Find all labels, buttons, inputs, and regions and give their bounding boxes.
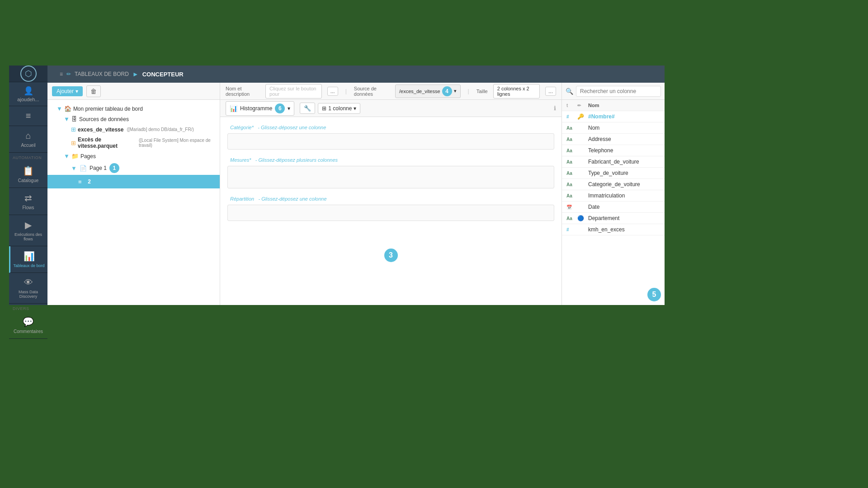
column-row[interactable]: #🔑#Nombre# <box>562 111 665 122</box>
col-name: Departement <box>588 215 660 221</box>
repartition-drop-area[interactable] <box>227 205 554 221</box>
user-label: ajoudeh... <box>17 97 39 102</box>
sidebar-item-nav[interactable]: ≡ <box>9 106 47 126</box>
column-row[interactable]: AaNom <box>562 122 665 134</box>
columns-arrow: ▾ <box>354 105 356 112</box>
col-name: Type_de_voiture <box>588 170 660 176</box>
sidebar-item-commentaires[interactable]: 💬 Commentaires <box>9 312 47 339</box>
col-type: # <box>566 227 575 232</box>
taille-selector[interactable]: 2 colonnes x 2 lignes <box>493 84 540 99</box>
source-value: /exces_de_vitesse <box>399 89 440 94</box>
chart-type-dropdown[interactable]: 📊 Histogramme 6 ▾ <box>226 101 294 116</box>
col-name: Telephone <box>588 147 660 154</box>
categorie-label-text: Catégorie* <box>230 125 254 130</box>
breadcrumb-root: TABLEAUX DE BORD <box>75 71 129 77</box>
sidebar-item-tableaux[interactable]: 📊 Tableaux de bord <box>9 246 47 273</box>
mesures-drop-zone: Mesures* - Glissez-déposez plusieurs col… <box>227 157 554 188</box>
info-icon[interactable]: ℹ <box>554 105 556 112</box>
repartition-drop-zone: Répartition - Glissez-déposez une colonn… <box>227 196 554 221</box>
add-button[interactable]: Ajouter ▾ <box>52 86 83 96</box>
tree-node-exces-parquet[interactable]: ⊞ Excès de vitesse.parquet ([Local File … <box>47 135 220 151</box>
col-name-header: Nom <box>588 103 660 108</box>
col-type: Aa <box>566 137 575 142</box>
tree-node-page1[interactable]: ▼ 📄 Page 1 1 <box>47 161 220 175</box>
col-name: kmh_en_exces <box>588 226 660 233</box>
sidebar-item-catalogue[interactable]: 📋 Catalogue <box>9 161 47 188</box>
badge-2: 2 <box>85 177 94 187</box>
repartition-hint: - Glissez-déposez une colonne <box>259 196 327 202</box>
main-wrapper: ≡ ✏ TABLEAUX DE BORD ► CONCEPTEUR Ajoute… <box>47 66 665 305</box>
taille-dots-button[interactable]: ... <box>545 87 556 96</box>
sidebar: ⬡ 👤 ajoudeh... ≡ ⌂ Accueil Automation 📋 … <box>9 66 47 305</box>
chart-toolbar: Nom et description Cliquez sur le bouton… <box>220 83 561 100</box>
sidebar-mass-data-label: Mass Data Discovery <box>11 290 46 299</box>
sidebar-item-mass-data[interactable]: 👁 Mass Data Discovery <box>9 273 47 304</box>
column-row[interactable]: AaFabricant_de_voiture <box>562 156 665 168</box>
content-area: Ajouter ▾ 🗑 ▼ 🏠 Mon premier tableau de b… <box>47 83 665 305</box>
left-panel-toolbar: Ajouter ▾ 🗑 <box>47 83 220 100</box>
col-name: Addresse <box>588 136 660 142</box>
tree-node-sources[interactable]: ▼ 🗄 Sources de données <box>47 114 220 124</box>
categorie-drop-area[interactable] <box>227 133 554 150</box>
mesures-label-text: Mesures* <box>230 157 251 163</box>
repartition-label-text: Répartition <box>230 196 254 202</box>
column-row[interactable]: AaCategorie_de_voiture <box>562 179 665 190</box>
col-type: Aa <box>566 148 575 153</box>
sidebar-section-automation: Automation <box>9 153 47 161</box>
column-row[interactable]: AaAddresse <box>562 134 665 145</box>
column-row[interactable]: Aa🔵Departement <box>562 213 665 224</box>
col-name: Categorie_de_voiture <box>588 181 660 188</box>
col-type: # <box>566 114 575 119</box>
badge-4: 4 <box>442 86 452 96</box>
sidebar-item-flows[interactable]: ⇄ Flows <box>9 188 47 215</box>
columns-select[interactable]: ⊞ 1 colonne ▾ <box>318 103 360 114</box>
mesures-drop-area[interactable] <box>227 166 554 188</box>
tree-dashboard-icon: 🏠 <box>64 105 71 112</box>
tree-ep-extra: ([Local File System] Mon espace de trava… <box>139 138 216 148</box>
mesures-hint: - Glissez-déposez plusieurs colonnes <box>255 157 338 163</box>
tree-node-dashboard[interactable]: ▼ 🏠 Mon premier tableau de bord <box>47 103 220 114</box>
badge-5: 5 <box>647 288 661 301</box>
column-row[interactable]: AaImmatriculation <box>562 190 665 202</box>
col-type: Aa <box>566 160 575 164</box>
column-row[interactable]: 📅Date <box>562 202 665 213</box>
flows-icon: ⇄ <box>24 192 32 203</box>
col-type: Aa <box>566 126 575 131</box>
sidebar-tableaux-label: Tableaux de bord <box>13 263 44 268</box>
tree-node-exces-vitesse[interactable]: ⊞ exces_de_vitesse ([Mariadb] demo DB/da… <box>47 124 220 135</box>
toolbar-sep1: | <box>345 88 347 94</box>
breadcrumb: TABLEAUX DE BORD ► CONCEPTEUR <box>75 70 184 78</box>
breadcrumb-current: CONCEPTEUR <box>142 71 184 78</box>
name-dots-button[interactable]: ... <box>327 87 338 96</box>
commentaires-icon: 💬 <box>23 316 34 327</box>
col-type: 📅 <box>566 205 575 210</box>
badge-1: 1 <box>109 163 119 173</box>
sidebar-item-executions[interactable]: ▶ Exécutions des flows <box>9 215 47 246</box>
mesures-label: Mesures* - Glissez-déposez plusieurs col… <box>227 157 554 163</box>
column-row[interactable]: #kmh_en_exces <box>562 224 665 235</box>
delete-button[interactable]: 🗑 <box>86 85 101 97</box>
badge-6: 6 <box>275 103 285 113</box>
chart-tools: 🔧 ⊞ 1 colonne ▾ <box>300 103 360 114</box>
toolbar-sep2: | <box>468 88 469 94</box>
tree-node-graph[interactable]: ≡ 2 <box>47 175 220 188</box>
col-type: Aa <box>566 193 575 198</box>
sidebar-item-accueil[interactable]: ⌂ Accueil <box>9 126 47 153</box>
header-edit-icon[interactable]: ✏ <box>66 71 71 77</box>
search-input[interactable] <box>576 86 661 97</box>
column-row[interactable]: AaTelephone <box>562 145 665 156</box>
chart-type-selector: 📊 Histogramme 6 ▾ 🔧 ⊞ 1 colonne ▾ ℹ <box>220 100 561 117</box>
tree-page1-label: Page 1 <box>90 165 107 171</box>
column-row[interactable]: AaType_de_voiture <box>562 168 665 179</box>
columns-icon: ⊞ <box>322 105 326 112</box>
columns-list: #🔑#Nombre#AaNomAaAddresseAaTelephoneAaFa… <box>562 111 665 284</box>
name-input[interactable]: Cliquez sur le bouton pour <box>265 84 322 99</box>
sidebar-catalogue-label: Catalogue <box>18 178 39 183</box>
tree-node-pages[interactable]: ▼ 📁 Pages <box>47 151 220 161</box>
header-nav-icon[interactable]: ≡ <box>60 71 63 77</box>
col-name: Fabricant_de_voiture <box>588 159 660 165</box>
header-bar: ≡ ✏ TABLEAUX DE BORD ► CONCEPTEUR <box>47 66 665 83</box>
source-selector[interactable]: /exces_de_vitesse 4 ▾ <box>395 84 461 98</box>
tree-ev-label: exces_de_vitesse <box>78 127 123 133</box>
wrench-button[interactable]: 🔧 <box>300 103 315 114</box>
